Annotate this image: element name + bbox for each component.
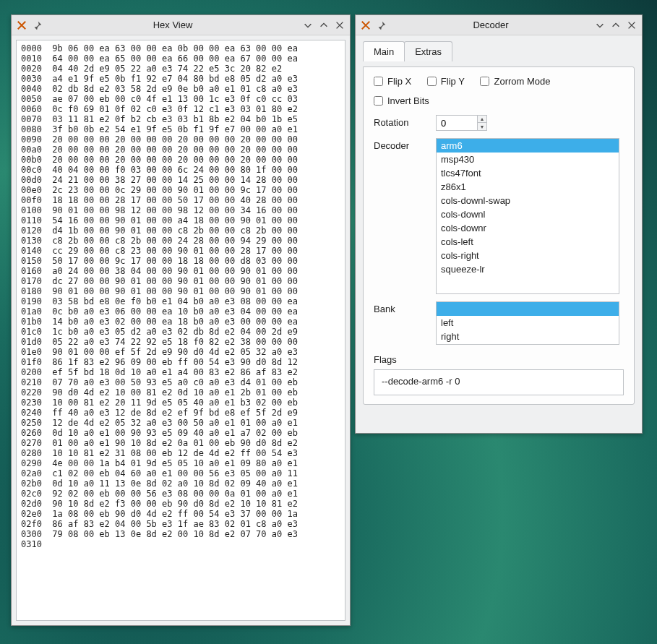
bank-label: Bank <box>374 301 427 314</box>
check-flip-x-label: Flip X <box>387 76 411 87</box>
rotation-spinbox[interactable]: ▲ ▼ <box>436 115 487 131</box>
decoder-option-squeeze-lr[interactable]: squeeze-lr <box>437 262 619 276</box>
decoder-option-arm6[interactable]: arm6 <box>437 139 619 153</box>
hexview-titlebar[interactable]: Hex View <box>12 15 350 35</box>
rotation-step-down[interactable]: ▼ <box>478 123 486 130</box>
decoder-option-cols-right[interactable]: cols-right <box>437 249 619 262</box>
decoder-option-msp430[interactable]: msp430 <box>437 153 619 166</box>
check-flip-y[interactable]: Flip Y <box>427 76 465 87</box>
decoder-option-cols-left[interactable]: cols-left <box>437 235 619 249</box>
decoder-option-z86x1[interactable]: z86x1 <box>437 180 619 194</box>
maximize-icon[interactable] <box>610 20 622 31</box>
decoder-option-tlcs47font[interactable]: tlcs47font <box>437 166 619 180</box>
bank-option-right[interactable]: right <box>437 330 619 343</box>
check-invert-label: Invert Bits <box>387 95 429 106</box>
pin-icon[interactable] <box>376 20 387 31</box>
check-flip-y-box[interactable] <box>427 77 437 86</box>
decoder-window: Decoder MainExtras Flip X <box>355 14 643 434</box>
bank-option-left[interactable]: left <box>437 316 619 330</box>
decoder-option-cols-downr[interactable]: cols-downr <box>437 221 619 235</box>
decoder-tabstrip: MainExtras <box>363 41 635 61</box>
hexview-title: Hex View <box>153 20 193 30</box>
tab-panel-main: Flip X Flip Y Zorrom Mode <box>363 66 635 405</box>
check-invert[interactable]: Invert Bits <box>374 95 429 106</box>
close-icon[interactable] <box>626 20 637 31</box>
close-icon[interactable] <box>334 20 345 31</box>
tab-main[interactable]: Main <box>363 41 405 61</box>
flags-output: --decode-arm6 -r 0 <box>374 369 624 395</box>
minimize-icon[interactable] <box>302 20 314 31</box>
tab-extras[interactable]: Extras <box>404 41 452 61</box>
pin-icon[interactable] <box>32 20 43 31</box>
decoder-title: Decoder <box>473 20 508 30</box>
maximize-icon[interactable] <box>318 20 330 31</box>
check-invert-box[interactable] <box>374 96 383 106</box>
check-flip-y-label: Flip Y <box>441 76 465 87</box>
hex-content[interactable]: 0000 9b 06 00 ea 63 00 00 ea 0b 00 00 ea… <box>16 40 345 621</box>
check-flip-x-box[interactable] <box>374 77 383 86</box>
decoder-option-cols-downl-swap[interactable]: cols-downl-swap <box>437 194 619 207</box>
check-zorrom-label: Zorrom Mode <box>494 76 550 87</box>
check-flip-x[interactable]: Flip X <box>374 76 411 87</box>
rotation-label: Rotation <box>374 115 427 128</box>
check-zorrom-box[interactable] <box>480 77 489 86</box>
check-zorrom[interactable]: Zorrom Mode <box>480 76 550 87</box>
bank-option-blank[interactable] <box>437 302 619 316</box>
decoder-label: Decoder <box>374 138 427 151</box>
app-icon <box>16 20 27 31</box>
bank-listbox[interactable]: leftright <box>436 301 619 345</box>
flags-label: Flags <box>374 352 427 365</box>
hexview-window: Hex View 0000 9b 06 00 ea 63 00 00 ea 0b… <box>11 14 351 626</box>
rotation-step-up[interactable]: ▲ <box>478 116 486 123</box>
rotation-input[interactable] <box>437 116 477 130</box>
minimize-icon[interactable] <box>594 20 606 31</box>
decoder-titlebar[interactable]: Decoder <box>356 15 642 35</box>
decoder-option-cols-downl[interactable]: cols-downl <box>437 207 619 221</box>
decoder-listbox[interactable]: arm6msp430tlcs47fontz86x1cols-downl-swap… <box>436 138 619 294</box>
app-icon <box>360 20 372 31</box>
